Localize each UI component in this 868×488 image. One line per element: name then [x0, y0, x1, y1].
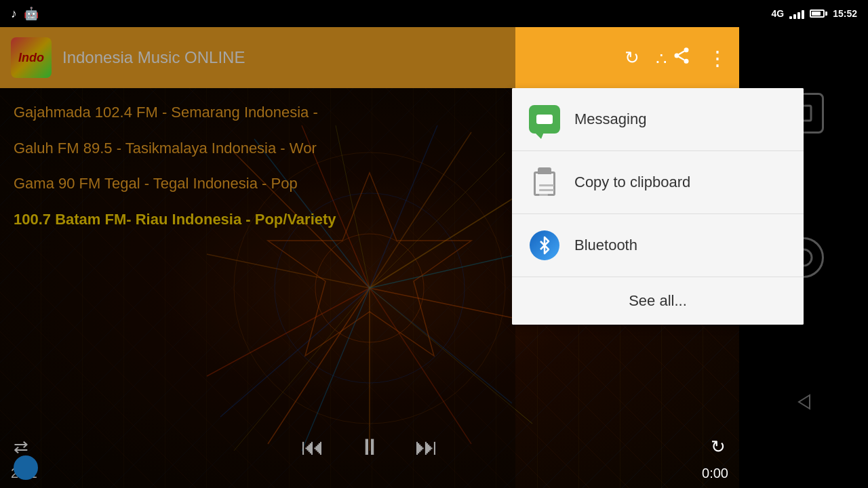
context-menu: Messaging Copy to clipboard	[512, 88, 804, 325]
messaging-label: Messaging	[574, 110, 646, 128]
status-bar: ♪ 🤖 4G 15:52	[0, 0, 868, 27]
share-button[interactable]: ∴	[656, 46, 691, 70]
message-bubble-icon	[529, 105, 560, 134]
bluetooth-icon	[528, 229, 561, 262]
messaging-menu-item[interactable]: Messaging	[512, 88, 804, 151]
see-all-button[interactable]: See all...	[512, 277, 804, 325]
overlay	[0, 0, 515, 488]
more-options-button[interactable]: ⋮	[707, 46, 728, 70]
copy-clipboard-label: Copy to clipboard	[574, 174, 690, 191]
signal-icon	[789, 8, 804, 19]
see-all-label: See all...	[629, 292, 687, 310]
svg-line-3	[679, 56, 684, 60]
svg-marker-7	[799, 395, 810, 409]
toolbar-actions: ↻ ∴ ⋮	[625, 46, 728, 70]
bluetooth-menu-item[interactable]: Bluetooth	[512, 214, 804, 277]
battery-icon	[810, 9, 827, 18]
svg-point-1	[675, 53, 679, 58]
clipboard-icon	[528, 166, 561, 199]
android-icon: 🤖	[24, 6, 39, 21]
network-type: 4G	[772, 8, 785, 19]
back-button[interactable]	[783, 382, 824, 422]
total-time: 0:00	[702, 466, 728, 481]
svg-point-2	[684, 58, 689, 63]
messaging-icon	[528, 103, 561, 136]
svg-line-4	[679, 51, 684, 54]
repeat-button[interactable]: ↻	[711, 436, 726, 458]
time-display: 15:52	[833, 8, 857, 19]
bluetooth-label: Bluetooth	[574, 237, 637, 254]
refresh-button[interactable]: ↻	[625, 47, 639, 68]
copy-clipboard-menu-item[interactable]: Copy to clipboard	[512, 151, 804, 214]
svg-point-0	[684, 47, 689, 52]
music-icon: ♪	[11, 7, 17, 21]
